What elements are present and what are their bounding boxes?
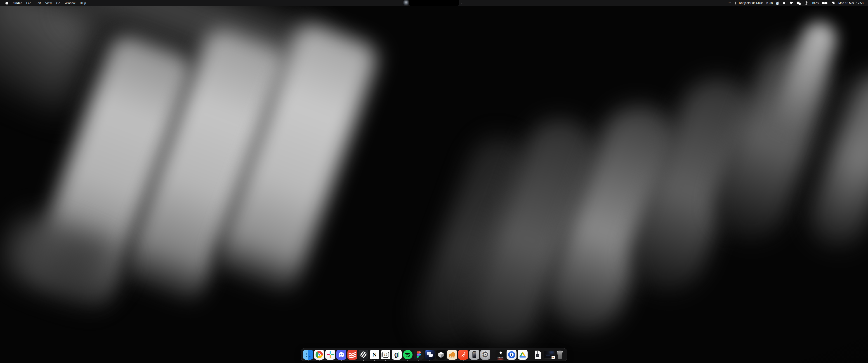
trash-icon	[555, 350, 565, 360]
apple-menu[interactable]	[3, 0, 10, 6]
dock-app-1password[interactable]	[506, 350, 517, 360]
dock-app-cube[interactable]	[436, 350, 446, 360]
gear-icon: ⚙	[482, 351, 489, 359]
now-playing-equalizer-icon[interactable]	[462, 2, 464, 4]
dock: N 10 g	[301, 348, 567, 361]
control-center-icon[interactable]	[831, 0, 835, 6]
dock-trash[interactable]	[555, 350, 565, 360]
notion-calendar-badge-icon: 11	[551, 356, 555, 359]
spotify-icon	[403, 350, 413, 360]
dock-app-todoist[interactable]	[347, 350, 358, 360]
todoist-icon	[347, 350, 358, 360]
linear-icon	[359, 350, 368, 360]
dock-app-notion[interactable]: N	[370, 350, 379, 360]
dock-app-system-settings[interactable]: ⚙	[480, 350, 490, 360]
dock-separator	[530, 350, 530, 359]
dock-app-google-drive[interactable]	[518, 350, 528, 360]
raycast-icon: raycast	[495, 350, 505, 360]
menu-bar-clock[interactable]: Mon 10 Mar 17:58	[838, 0, 864, 6]
menu-item-window[interactable]: Window	[62, 0, 78, 6]
notion-icon: N	[370, 350, 379, 360]
screen-mirroring-menubar-icon[interactable]	[797, 0, 801, 6]
dock-app-spotify[interactable]	[403, 350, 413, 360]
wallpaper-vignette	[0, 6, 868, 363]
camera-notch	[409, 0, 459, 6]
dock-app-mammoth[interactable]	[447, 350, 457, 360]
menubar-divider-icon[interactable]	[735, 2, 736, 4]
dock-app-notion-calendar[interactable]: 10	[381, 350, 391, 360]
battery-percent-text: 100%	[812, 0, 819, 6]
starburst-menubar-icon[interactable]	[782, 0, 786, 6]
menu-item-file[interactable]: File	[24, 0, 33, 6]
dock-app-granola[interactable]: g	[392, 350, 402, 360]
discord-icon	[336, 350, 346, 360]
pick-menubar-icon[interactable]	[789, 0, 793, 6]
dock-app-linear[interactable]	[359, 350, 368, 360]
granola-menubar-icon[interactable]: g	[776, 0, 779, 6]
mammoth-icon	[447, 350, 457, 360]
desktop-wallpaper	[0, 6, 868, 363]
macos-desktop: Finder File Edit View Go Window Help •••…	[0, 0, 868, 363]
menu-item-go[interactable]: Go	[54, 0, 63, 6]
dock-container: N 10 g	[0, 348, 868, 361]
menu-bar-status: ••• Dar jantar do Chico · in 2m g	[727, 0, 868, 6]
downloads-file-icon	[533, 350, 543, 360]
minimized-window-thumbnail: 11	[544, 351, 555, 359]
superhuman-icon	[458, 350, 468, 360]
menu-item-view[interactable]: View	[43, 0, 54, 6]
hidden-items-overflow-icon[interactable]: •••	[727, 0, 732, 6]
menu-item-edit[interactable]: Edit	[33, 0, 43, 6]
dock-minimized-window[interactable]: 11	[544, 350, 554, 360]
battery-icon[interactable]	[822, 0, 828, 6]
apple-logo-icon	[5, 1, 8, 5]
dock-app-figma[interactable]	[414, 350, 424, 360]
1password-menubar-icon[interactable]	[804, 0, 808, 6]
dock-app-slack[interactable]	[325, 350, 335, 360]
dock-app-screen-studio[interactable]	[425, 350, 435, 360]
1password-icon	[506, 350, 517, 360]
notion-calendar-icon: 10	[381, 350, 391, 360]
dock-app-raycast[interactable]: raycast	[495, 350, 505, 360]
date-text: Mon 10 Mar	[838, 1, 854, 5]
time-text: 17:58	[856, 1, 864, 5]
slack-icon	[325, 350, 335, 360]
menu-bar-left: Finder File Edit View Go Window Help	[0, 0, 88, 6]
iphone-mirroring-icon	[469, 350, 479, 360]
chrome-icon	[314, 350, 324, 360]
dock-separator	[493, 350, 493, 359]
dock-app-superhuman[interactable]	[458, 350, 468, 360]
reminder-status-text[interactable]: Dar jantar do Chico · in 2m	[739, 0, 773, 6]
google-drive-icon	[518, 350, 528, 360]
finder-icon	[303, 350, 313, 360]
dock-app-iphone-mirroring[interactable]	[469, 350, 479, 360]
screen-studio-icon	[425, 350, 435, 360]
dock-app-discord[interactable]	[336, 350, 346, 360]
granola-icon: g	[392, 350, 402, 360]
figma-icon	[414, 350, 424, 360]
cube-app-icon	[436, 350, 446, 360]
dock-app-finder[interactable]	[303, 350, 313, 360]
menu-item-help[interactable]: Help	[78, 0, 88, 6]
dock-downloads-file[interactable]	[533, 350, 543, 360]
dock-app-chrome[interactable]	[314, 350, 324, 360]
now-playing-album-art[interactable]	[403, 0, 408, 5]
system-settings-icon: ⚙	[480, 350, 490, 360]
menu-item-finder[interactable]: Finder	[10, 0, 24, 6]
